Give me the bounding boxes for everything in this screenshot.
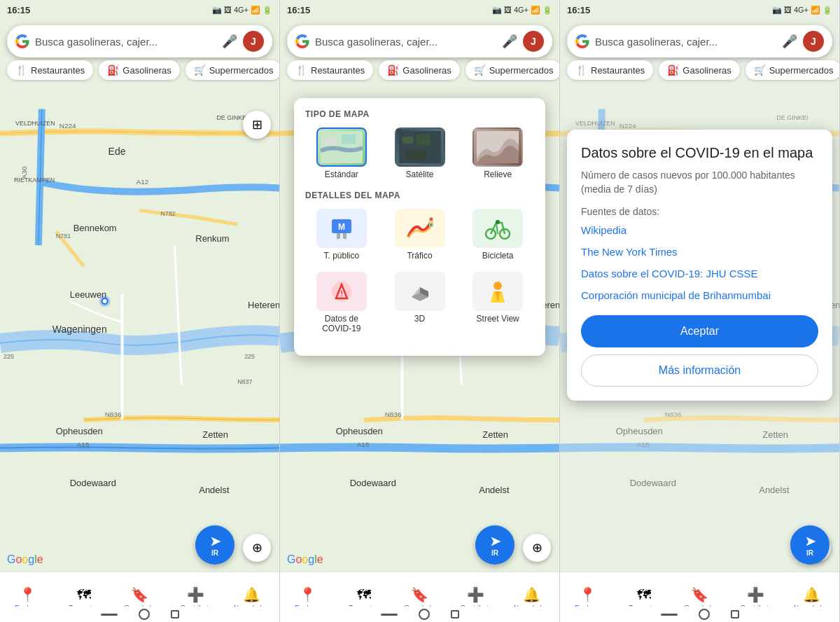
- svg-text:N781: N781: [56, 233, 71, 240]
- map-type-satellite[interactable]: Satélite: [384, 127, 456, 179]
- mic-icon[interactable]: 🎤: [222, 34, 237, 49]
- chip-restaurants-2[interactable]: 🍴 Restaurantes: [287, 60, 373, 80]
- svg-text:225: 225: [4, 353, 14, 360]
- svg-text:A15: A15: [357, 441, 370, 448]
- svg-text:A12: A12: [136, 178, 149, 186]
- detail-3d[interactable]: 3D: [384, 272, 456, 333]
- chip-supermercados-3[interactable]: 🛒 Supermercados: [746, 60, 839, 80]
- mic-icon-2[interactable]: 🎤: [502, 34, 517, 49]
- gesture-bar-3: [560, 607, 839, 622]
- detail-tpublico-label: T. público: [323, 251, 359, 261]
- map-type-section-title: TIPO DE MAPA: [305, 109, 534, 119]
- covid-link-nyt[interactable]: The New York Times: [581, 246, 818, 258]
- svg-rect-56: [337, 233, 340, 239]
- svg-text:Zetten: Zetten: [482, 429, 508, 440]
- panel-2: N224 A30 A12 N836 A15 Ede VELDHUIZEN DE …: [280, 0, 560, 622]
- detail-streetview-thumb: [472, 272, 523, 311]
- map-type-standard[interactable]: Estándar: [305, 127, 378, 179]
- chip-gasolineras-3[interactable]: ⛽ Gasolineras: [659, 60, 739, 80]
- explorar-icon-2: 📍: [299, 586, 316, 603]
- detail-3d-thumb: [395, 272, 445, 311]
- covid-link-jhu[interactable]: Datos sobre el COVID-19: JHU CSSE: [581, 268, 818, 279]
- mic-icon-3[interactable]: 🎤: [782, 34, 797, 49]
- search-input-3[interactable]: Busca gasolineras, cajer...: [595, 36, 776, 48]
- chip-gasolineras-label: Gasolineras: [122, 65, 171, 76]
- gesture-square: [171, 610, 179, 618]
- filter-chips: 🍴 Restaurantes ⛽ Gasolineras 🛒 Supermerc…: [0, 56, 279, 84]
- guardado-icon-3: 🔖: [691, 586, 708, 603]
- covid-description: Número de casos nuevos por 100.000 habit…: [581, 169, 818, 196]
- search-input[interactable]: Busca gasolineras, cajer...: [35, 36, 216, 48]
- map-type-satellite-label: Satélite: [405, 170, 433, 179]
- guardado-icon-2: 🔖: [411, 586, 428, 603]
- chip-restaurants-3[interactable]: 🍴 Restaurantes: [567, 60, 653, 80]
- svg-rect-0: [0, 1, 279, 621]
- novedades-icon-3: 🔔: [803, 586, 820, 603]
- chip-gasolineras-2[interactable]: ⛽ Gasolineras: [379, 60, 459, 80]
- map-type-relief-thumb: [472, 127, 523, 167]
- user-avatar[interactable]: J: [243, 31, 264, 52]
- svg-text:Dodewaard: Dodewaard: [350, 478, 396, 488]
- restaurant-icon-3: 🍴: [575, 64, 587, 76]
- svg-text:DE GINKEI: DE GINKEI: [776, 114, 808, 121]
- detail-bicicleta-label: Bicicleta: [482, 251, 514, 261]
- svg-text:VELDHUIZEN: VELDHUIZEN: [575, 120, 615, 127]
- gesture-square-2: [451, 610, 459, 618]
- gesture-bar: [0, 607, 279, 622]
- covid-title: Datos sobre el COVID-19 en el mapa: [581, 144, 818, 162]
- location-button[interactable]: ⊕: [243, 534, 271, 562]
- gesture-lines-2: [381, 614, 398, 616]
- chip-gasolineras[interactable]: ⛽ Gasolineras: [99, 60, 179, 80]
- navigate-label: IR: [211, 549, 218, 557]
- detail-trafico[interactable]: Tráfico: [384, 209, 456, 261]
- guardado-icon: 🔖: [131, 586, 148, 603]
- detail-covid-thumb: !: [316, 272, 367, 311]
- cart-icon-2: 🛒: [474, 64, 486, 76]
- layers-button[interactable]: ⊞: [243, 111, 271, 139]
- google-branding: Google: [7, 553, 43, 566]
- chip-restaurants[interactable]: 🍴 Restaurantes: [7, 60, 93, 80]
- detail-bicicleta[interactable]: Bicicleta: [461, 209, 534, 261]
- map-type-relief[interactable]: Relieve: [461, 127, 534, 179]
- search-input-2[interactable]: Busca gasolineras, cajer...: [315, 36, 496, 48]
- map-details-grid-row1: M T. público Tráfico Bicicleta: [305, 209, 534, 261]
- location-button-2[interactable]: ⊕: [523, 534, 551, 562]
- svg-text:Zetten: Zetten: [762, 429, 788, 440]
- gas-icon-3: ⛽: [667, 64, 679, 76]
- map-type-standard-label: Estándar: [325, 170, 358, 179]
- time-2: 16:15: [287, 5, 310, 15]
- chip-supermercados-2[interactable]: 🛒 Supermercados: [465, 60, 559, 80]
- trayectos-icon-2: 🗺: [357, 587, 371, 603]
- detail-tpublico-thumb: M: [316, 209, 367, 248]
- contribuir-icon: ➕: [187, 586, 204, 603]
- detail-tpublico[interactable]: M T. público: [305, 209, 378, 261]
- chip-supermercados[interactable]: 🛒 Supermercados: [186, 60, 279, 80]
- detail-streetview-label: Street View: [477, 314, 519, 324]
- user-avatar-3[interactable]: J: [803, 31, 824, 52]
- time-3: 16:15: [567, 5, 590, 15]
- navigate-fab[interactable]: ➤ IR: [195, 525, 234, 565]
- navigate-fab-2[interactable]: ➤ IR: [475, 525, 514, 565]
- svg-text:N224: N224: [59, 122, 76, 130]
- covid-link-mumbai[interactable]: Corporación municipal de Brihanmumbai: [581, 289, 818, 301]
- accept-button[interactable]: Aceptar: [581, 315, 818, 347]
- time: 16:15: [7, 5, 30, 15]
- svg-text:RIETKAMPEN: RIETKAMPEN: [14, 177, 55, 184]
- svg-text:Opheusden: Opheusden: [336, 426, 383, 436]
- svg-text:Andelst: Andelst: [479, 485, 510, 495]
- more-info-button[interactable]: Más información: [581, 354, 818, 387]
- user-avatar-2[interactable]: J: [523, 31, 544, 52]
- svg-rect-51: [416, 134, 430, 145]
- svg-text:N224: N224: [620, 122, 636, 130]
- filter-chips-3: 🍴 Restaurantes ⛽ Gasolineras 🛒 Supermerc…: [560, 56, 839, 84]
- detail-streetview[interactable]: Street View: [461, 272, 534, 333]
- navigate-arrow-icon-2: ➤: [490, 534, 500, 549]
- detail-covid[interactable]: ! Datos deCOVID-19: [305, 272, 378, 333]
- covid-link-wikipedia[interactable]: Wikipedia: [581, 224, 818, 236]
- svg-text:Ede: Ede: [108, 146, 126, 157]
- svg-text:M: M: [338, 222, 345, 232]
- detail-trafico-label: Tráfico: [407, 251, 432, 261]
- navigate-fab-3[interactable]: ➤ IR: [790, 525, 830, 565]
- svg-rect-50: [402, 137, 413, 144]
- restaurant-icon: 🍴: [15, 64, 27, 76]
